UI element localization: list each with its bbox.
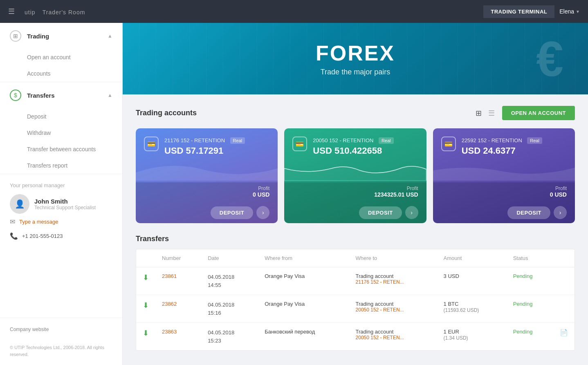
card-3-amount: USD 24.6377 [462, 146, 567, 156]
account-card-2: 💳 20050 152 - RETENTION Real USD 510.422… [284, 128, 426, 223]
card-2-deposit-button[interactable]: DEPOSIT [359, 206, 402, 219]
card-2-arrow-button[interactable]: › [405, 206, 418, 219]
card-2-amount: USD 510.422658 [313, 146, 418, 156]
card-1-deposit-row: DEPOSIT › [136, 202, 278, 223]
row-3-date: 04.05.201815:23 [201, 323, 258, 351]
sidebar-item-deposit[interactable]: Deposit [0, 108, 122, 125]
card-3-wave [433, 156, 575, 182]
banner: FOREX Trade the major pairs € [123, 23, 588, 94]
row-3-where-to: Trading account 20050 152 - RETEN... [349, 323, 437, 351]
card-3-deposit-button[interactable]: DEPOSIT [507, 206, 550, 219]
row-3-status: Pending [507, 323, 553, 351]
sidebar-trading-section: ⊞ Trading ▲ Open an account Accounts [0, 23, 122, 82]
transfers-icon: $ [10, 90, 21, 101]
sidebar-item-accounts[interactable]: Accounts [0, 65, 122, 82]
transfer-number-2[interactable]: 23862 [162, 301, 177, 307]
sidebar-item-open-account[interactable]: Open an account [0, 49, 122, 65]
transfers-header-row: Number Date Where from Where to Amount S… [136, 249, 575, 267]
row-1-file [553, 267, 575, 295]
row-2-where-to: Trading account 20050 152 - RETEN... [349, 295, 437, 323]
card-2-profit: Profit 1234325.01 USD [284, 182, 426, 202]
row-2-file [553, 295, 575, 323]
row-3-account-link[interactable]: 20050 152 - RETEN... [356, 335, 431, 340]
row-2-number: 23862 [155, 295, 201, 323]
table-row: ⬇ 23863 04.05.201815:23 Банковский перев… [136, 323, 575, 351]
col-header-where-to: Where to [349, 249, 437, 267]
card-3-num: 22592 152 - RETENTION [462, 137, 522, 143]
trading-arrow-icon: ▲ [108, 33, 112, 39]
col-header-number: Number [155, 249, 201, 267]
sidebar-item-transfer-between[interactable]: Transfer between accounts [0, 141, 122, 157]
user-menu-button[interactable]: Elena ▼ [559, 8, 580, 15]
row-1-account-link[interactable]: 21176 152 - RETEN... [356, 279, 431, 285]
row-2-dl-icon: ⬇ [136, 295, 155, 323]
card-2-deposit-row: DEPOSIT › [284, 202, 426, 223]
col-header-amount: Amount [437, 249, 507, 267]
download-icon[interactable]: ⬇ [143, 301, 149, 309]
sidebar-item-transfers-report[interactable]: Transfers report [0, 157, 122, 174]
open-account-button[interactable]: OPEN AN ACCOUNT [502, 106, 575, 120]
logo: utip Trader's Room [20, 6, 85, 17]
download-icon[interactable]: ⬇ [143, 329, 149, 337]
transfers-table: Number Date Where from Where to Amount S… [136, 249, 575, 350]
sidebar-footer: Company website [0, 318, 122, 340]
pm-contact-phone: 📞 +1 201-555-0123 [10, 228, 112, 242]
file-icon[interactable]: 📄 [560, 329, 568, 336]
account-card-1: 💳 21176 152 - RETENTION Real USD 57.1729… [136, 128, 278, 223]
pm-message-link[interactable]: Type a message [19, 219, 58, 225]
banner-text: FOREX Trade the major pairs [316, 41, 395, 76]
card-3-arrow-button[interactable]: › [554, 206, 567, 219]
card-2-icon: 💳 [292, 137, 307, 151]
card-1-deposit-button[interactable]: DEPOSIT [211, 206, 254, 219]
card-1-wave [136, 156, 278, 182]
pm-avatar: 👤 [10, 194, 29, 214]
pm-info: 👤 John Smith Technical Support Specialis… [10, 194, 112, 214]
card-3-icon: 💳 [441, 137, 456, 151]
transfer-number-3[interactable]: 23863 [162, 329, 177, 335]
row-2-date: 04.05.201815:16 [201, 295, 258, 323]
card-2-top: 💳 20050 152 - RETENTION Real USD 510.422… [292, 137, 418, 156]
row-1-date: 04.05.201814:55 [201, 267, 258, 295]
message-icon: ✉ [10, 218, 15, 226]
pm-role: Technical Support Specialist [34, 205, 96, 210]
card-1-top: 💳 21176 152 - RETENTION Real USD 57.1729… [144, 137, 269, 156]
pm-details: John Smith Technical Support Specialist [34, 198, 96, 210]
col-header-status: Status [507, 249, 553, 267]
list-view-button[interactable]: ☰ [487, 107, 496, 119]
row-2-account-link[interactable]: 20050 152 - RETEN... [356, 307, 431, 313]
account-card-3: 💳 22592 152 - RETENTION Real USD 24.6377 [433, 128, 575, 223]
download-icon[interactable]: ⬇ [143, 273, 149, 282]
accounts-header: Trading accounts ⊞ ☰ OPEN AN ACCOUNT [136, 106, 575, 120]
card-1-amount: USD 57.17291 [164, 146, 269, 156]
row-3-number: 23863 [155, 323, 201, 351]
pm-name: John Smith [34, 198, 96, 205]
personal-manager-section: Your personal manager 👤 John Smith Techn… [0, 174, 122, 251]
row-1-where-to: Trading account 21176 152 - RETEN... [349, 267, 437, 295]
card-2-wave [284, 156, 426, 182]
topnav-right: TRADING TERMINAL Elena ▼ [483, 5, 580, 18]
card-2-num: 20050 152 - RETENTION [313, 137, 373, 143]
card-1-arrow-button[interactable]: › [256, 206, 269, 219]
trading-icon: ⊞ [10, 30, 21, 42]
card-3-deposit-row: DEPOSIT › [433, 202, 575, 223]
hamburger-icon[interactable]: ☰ [8, 7, 15, 16]
accounts-section: Trading accounts ⊞ ☰ OPEN AN ACCOUNT 💳 2… [123, 94, 588, 223]
company-website-link[interactable]: Company website [10, 327, 49, 332]
grid-view-button[interactable]: ⊞ [474, 107, 483, 119]
card-2-badge: Real [379, 137, 394, 144]
topnav: ☰ utip Trader's Room TRADING TERMINAL El… [0, 0, 588, 23]
col-header-date: Date [201, 249, 258, 267]
card-1-info: 21176 152 - RETENTION Real USD 57.17291 [164, 137, 269, 156]
accounts-grid: 💳 21176 152 - RETENTION Real USD 57.1729… [136, 128, 575, 223]
pm-phone-number: +1 201-555-0123 [22, 233, 63, 239]
row-1-where-from: Orange Pay Visa [258, 267, 349, 295]
transfers-table-body: ⬇ 23861 04.05.201814:55 Orange Pay Visa … [136, 267, 575, 351]
transfer-number-1[interactable]: 23861 [162, 273, 177, 279]
row-1-amount: 3 USD [437, 267, 507, 295]
accounts-title: Trading accounts [136, 109, 474, 117]
sidebar-transfers-header[interactable]: $ Transfers ▲ [0, 82, 122, 108]
sidebar-trading-header[interactable]: ⊞ Trading ▲ [0, 23, 122, 49]
chevron-down-icon: ▼ [576, 9, 580, 14]
sidebar-item-withdraw[interactable]: Withdraw [0, 125, 122, 141]
trading-terminal-button[interactable]: TRADING TERMINAL [483, 5, 554, 18]
